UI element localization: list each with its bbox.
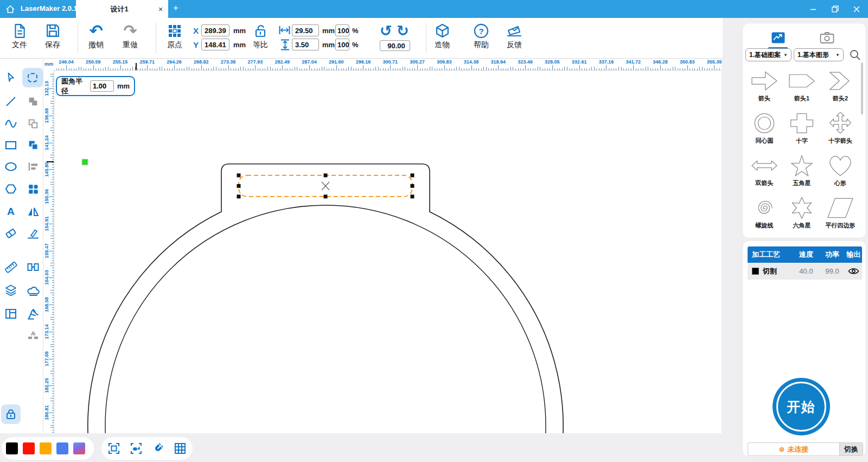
select-tool[interactable] [0,67,22,88]
align-tool[interactable] [22,156,44,178]
document-tab[interactable]: 设计1 × [76,0,168,18]
library-shape-arrow1[interactable]: 箭头1 [784,68,820,103]
library-shape-double-arrow[interactable]: 双箭头 [746,153,782,187]
redo-button[interactable]: ↷ 重做 [115,22,145,50]
handle-bottom-left[interactable] [237,195,241,199]
handle-bottom-center[interactable] [324,195,328,199]
mirror-tool[interactable] [22,201,44,223]
line-tool[interactable] [0,91,22,112]
handle-top-center[interactable] [324,174,328,178]
height-input[interactable] [292,39,319,50]
minimize-button[interactable] [806,2,820,16]
rotation-angle-input[interactable] [380,40,410,51]
build-button[interactable]: 造物 [427,22,457,50]
layers-tool[interactable] [0,280,22,301]
library-shape-parallelogram[interactable]: 平行四边形 [822,195,858,230]
close-button[interactable] [850,2,864,16]
text-tool[interactable]: A [0,201,22,223]
polygon-tool[interactable] [0,178,22,200]
snap-magnet-button[interactable] [151,441,165,455]
undo-button[interactable]: ↶ 撤销 [81,22,111,50]
union-tool[interactable] [22,91,44,112]
handle-mid-right[interactable] [411,184,414,188]
corner-radius-input[interactable] [90,80,114,92]
medal-outer-outline[interactable] [88,164,563,433]
aspect-ratio-lock-button[interactable]: 等比 [245,22,276,50]
rounded-rect-tool[interactable] [22,68,43,87]
swatch-blue[interactable] [56,442,68,454]
handle-top-left[interactable] [237,174,241,178]
layout-tool[interactable] [0,303,22,325]
start-button[interactable]: 开始 [773,378,830,435]
help-button[interactable]: ? 帮助 [466,22,496,50]
library-shape-star5[interactable]: 五角星 [784,153,820,187]
width-input[interactable] [292,24,319,36]
library-shape-cross-arrows[interactable]: 十字箭头 [822,111,858,145]
connection-status[interactable]: ⊗ 未连接 [748,443,839,455]
home-button[interactable] [3,2,17,16]
library-shape-arrow2[interactable]: 箭头2 [822,68,858,103]
measure-pen-tool[interactable] [22,223,44,244]
rotate-cw-icon[interactable]: ↻ [397,23,409,39]
library-shape-heart[interactable]: 心形 [822,153,858,187]
subcategory-dropdown[interactable]: 1.基本图形 ▼ [794,48,844,61]
medal-inner-circle[interactable] [105,205,546,433]
process-color-swatch[interactable] [752,268,759,275]
combine-tool[interactable] [22,256,44,278]
library-scrollbar[interactable] [861,62,863,115]
split-tool[interactable] [22,324,44,346]
eraser-tool[interactable] [0,223,22,244]
group-tool[interactable] [22,178,44,200]
x-position-input[interactable] [201,24,229,36]
intersect-tool[interactable] [22,134,44,156]
curve-tool[interactable] [0,113,22,135]
subtract-tool[interactable] [22,113,44,135]
text-3d-tool[interactable] [22,303,44,325]
search-button[interactable] [849,49,861,61]
handle-bottom-right[interactable] [411,195,414,199]
horizontal-ruler[interactable]: 246.04250.59255.15259.71264.26268.82273.… [54,59,722,71]
fit-selection-button[interactable] [129,441,143,455]
lock-canvas-button[interactable] [1,404,21,424]
library-shape-arrow[interactable]: 箭头 [746,68,782,103]
swatch-gradient[interactable] [73,442,85,454]
library-shape-spiral[interactable]: 螺旋线 [746,195,782,230]
process-table-row[interactable]: 切割 40.0 99.0 [748,263,862,280]
feedback-button[interactable]: 反馈 [499,22,529,50]
switch-device-button[interactable]: 切换 [839,443,863,455]
grid-toggle-button[interactable] [173,441,187,455]
library-shape-cross[interactable]: 十字 [784,111,820,145]
swatch-orange[interactable] [40,442,52,454]
y-position-input[interactable] [201,39,229,50]
library-shape-star6[interactable]: 六角星 [784,195,820,230]
handle-top-right[interactable] [411,174,414,178]
rotate-ccw-icon[interactable]: ↺ [380,23,392,39]
category-dropdown[interactable]: 1.基础图案 ▼ [745,48,792,61]
output-visibility-toggle[interactable] [845,267,862,275]
new-tab-button[interactable]: + [170,3,181,14]
weld-tool[interactable] [22,280,44,301]
ruler-tick [50,265,54,266]
ruler-tick [675,67,675,70]
swatch-black[interactable] [6,442,18,454]
tab-close-icon[interactable]: × [153,5,168,14]
rectangle-tool[interactable] [0,134,22,156]
tab-camera[interactable] [816,29,838,46]
ruler-tick [50,290,54,290]
handle-mid-left[interactable] [237,184,241,188]
swatch-red[interactable] [23,442,35,454]
vertical-ruler[interactable]: 132.13136.69141.24145.80150.36154.91159.… [43,71,54,433]
library-shape-concentric-circles[interactable]: 同心圆 [746,111,782,145]
origin-button[interactable]: 原点 [159,22,190,50]
frame-view-button[interactable] [107,441,121,455]
save-button[interactable]: 保存 [37,22,68,50]
width-percent-input[interactable] [335,24,349,36]
height-percent-input[interactable] [335,39,349,50]
tab-shape-library[interactable] [767,29,789,46]
ruler-tool[interactable] [0,256,22,278]
maximize-button[interactable] [828,2,842,16]
design-canvas[interactable]: 圆角半径 mm [54,71,722,433]
file-button[interactable]: 文件 [4,22,35,50]
ruler-tick [52,410,54,411]
ellipse-tool[interactable] [0,156,22,178]
